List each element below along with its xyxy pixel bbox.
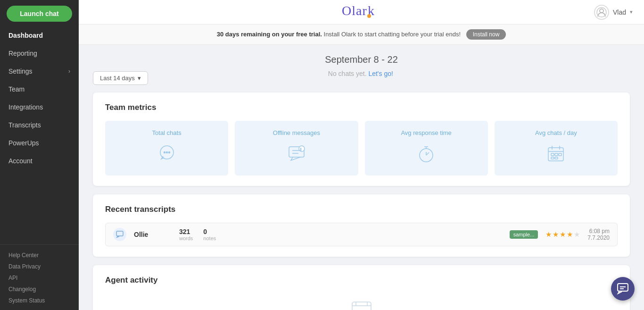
sidebar-item-transcripts[interactable]: Transcripts	[0, 116, 79, 134]
lets-go-link[interactable]: Let's go!	[368, 70, 393, 77]
svg-text:Olar: Olar	[342, 3, 367, 18]
transcript-words-count: 321	[179, 228, 193, 235]
trial-cta: Install Olark to start chatting before y…	[324, 31, 461, 38]
no-chats-message: No chats yet. Let's go!	[328, 70, 393, 77]
star-2: ★	[553, 230, 559, 239]
app-logo: Olar k	[342, 2, 380, 22]
date-filter-label: Last 14 days	[100, 75, 135, 82]
sidebar-item-account[interactable]: Account	[0, 152, 79, 170]
svg-point-8	[168, 152, 170, 153]
calendar-icon	[545, 142, 567, 167]
metric-tile-avg-response-time: Avg response time	[365, 121, 488, 176]
metric-label-avg-response-time: Avg response time	[401, 129, 451, 136]
sidebar-footer-api[interactable]: API	[0, 272, 79, 284]
sidebar-footer: Help Center Data Privacy API Changelog S…	[0, 244, 79, 310]
transcript-stats: 321 words 0 notes	[179, 228, 502, 241]
chevron-down-icon: ▾	[630, 9, 633, 15]
metrics-grid: Total chats Offline messages	[105, 121, 618, 176]
date-filter-row: Last 14 days ▾ No chats yet. Let's go!	[93, 70, 630, 86]
launch-chat-button[interactable]: Launch chat	[7, 6, 72, 22]
team-metrics-title: Team metrics	[105, 103, 618, 112]
svg-point-6	[164, 152, 165, 153]
star-4: ★	[567, 230, 573, 239]
recent-transcripts-card: Recent transcripts Ollie 321 words 0	[93, 194, 630, 257]
svg-point-2	[367, 14, 371, 18]
stopwatch-icon	[415, 142, 438, 167]
transcript-agent-name: Ollie	[134, 231, 172, 238]
star-5: ★	[574, 230, 580, 239]
sidebar-item-label: Reporting	[8, 50, 37, 57]
transcript-tag: sample...	[510, 230, 538, 239]
svg-rect-24	[555, 153, 558, 156]
metric-label-offline-messages: Offline messages	[273, 129, 320, 136]
metric-tile-total-chats: Total chats	[105, 121, 228, 176]
table-row[interactable]: Ollie 321 words 0 notes sample... ★ ★ ★	[105, 223, 618, 246]
trial-banner: 30 days remaining on your free trial. In…	[79, 25, 644, 45]
transcript-words-label: words	[179, 235, 193, 241]
sidebar-item-label: Integrations	[8, 103, 43, 111]
sidebar-item-integrations[interactable]: Integrations	[0, 98, 79, 116]
date-filter-button[interactable]: Last 14 days ▾	[93, 71, 148, 85]
transcript-notes-count: 0	[203, 228, 216, 235]
transcript-date-value: 7.7.2020	[587, 235, 610, 241]
avatar	[594, 5, 609, 20]
sidebar-footer-help-center[interactable]: Help Center	[0, 250, 79, 261]
transcript-time-value: 6:08 pm	[587, 228, 610, 235]
date-range-title: September 8 - 22	[93, 54, 630, 65]
recent-transcripts-title: Recent transcripts	[105, 205, 618, 214]
user-menu[interactable]: Vlad ▾	[594, 5, 633, 20]
transcript-words-block: 321 words	[179, 228, 193, 241]
svg-rect-28	[116, 231, 123, 236]
sidebar: Launch chat Dashboard Reporting Settings…	[0, 0, 79, 310]
agent-activity-card: Agent activity	[93, 265, 630, 310]
trial-days: 30 days remaining on your free trial.	[217, 31, 322, 38]
sidebar-item-dashboard[interactable]: Dashboard	[0, 26, 79, 44]
svg-point-12	[299, 146, 305, 151]
svg-point-7	[166, 152, 167, 153]
install-now-button[interactable]: Install now	[466, 29, 506, 40]
chevron-right-icon: ›	[68, 68, 70, 75]
agent-activity-title: Agent activity	[105, 276, 618, 285]
sidebar-footer-changelog[interactable]: Changelog	[0, 284, 79, 295]
svg-rect-25	[559, 153, 561, 156]
sidebar-item-label: Dashboard	[8, 32, 43, 39]
date-section: September 8 - 22 Last 14 days ▾ No chats…	[93, 54, 630, 86]
transcript-timestamp: 6:08 pm 7.7.2020	[587, 228, 610, 241]
dropdown-arrow-icon: ▾	[138, 75, 141, 82]
sidebar-footer-system-status[interactable]: System Status	[0, 295, 79, 306]
metric-label-avg-chats-day: Avg chats / day	[535, 129, 577, 136]
svg-rect-23	[551, 153, 554, 156]
sidebar-item-label: Team	[8, 85, 25, 93]
metric-label-total-chats: Total chats	[152, 129, 182, 136]
sidebar-item-label: Transcripts	[8, 121, 41, 129]
agent-activity-placeholder	[105, 293, 618, 310]
sidebar-footer-data-privacy[interactable]: Data Privacy	[0, 261, 79, 272]
page-content: September 8 - 22 Last 14 days ▾ No chats…	[79, 45, 644, 310]
main-content: Olar k Vlad ▾ 30 days remaining on your …	[79, 0, 644, 310]
transcript-rating: ★ ★ ★ ★ ★	[545, 230, 580, 239]
sidebar-nav: Dashboard Reporting Settings › Team Inte…	[0, 26, 79, 244]
sidebar-item-settings[interactable]: Settings ›	[0, 62, 79, 80]
transcript-notes-label: notes	[203, 235, 216, 241]
svg-rect-27	[555, 157, 558, 159]
sidebar-item-label: Account	[8, 157, 33, 165]
topbar: Olar k Vlad ▾	[79, 0, 644, 25]
svg-text:!: !	[300, 147, 301, 151]
svg-point-3	[600, 9, 603, 13]
metric-tile-avg-chats-day: Avg chats / day	[495, 121, 618, 176]
transcript-chat-icon	[113, 228, 126, 241]
team-metrics-card: Team metrics Total chats Offline message…	[93, 92, 630, 186]
star-3: ★	[560, 230, 566, 239]
sidebar-item-reporting[interactable]: Reporting	[0, 44, 79, 62]
transcript-notes-block: 0 notes	[203, 228, 216, 241]
svg-line-17	[426, 152, 429, 155]
sidebar-item-label: PowerUps	[8, 139, 39, 147]
user-name: Vlad	[613, 8, 626, 16]
metric-tile-offline-messages: Offline messages !	[235, 121, 358, 176]
live-chat-fab[interactable]	[611, 277, 635, 301]
sidebar-item-team[interactable]: Team	[0, 80, 79, 98]
star-1: ★	[545, 230, 552, 239]
offline-message-icon: !	[285, 142, 308, 167]
sidebar-item-powerups[interactable]: PowerUps	[0, 134, 79, 152]
svg-rect-26	[551, 157, 554, 159]
